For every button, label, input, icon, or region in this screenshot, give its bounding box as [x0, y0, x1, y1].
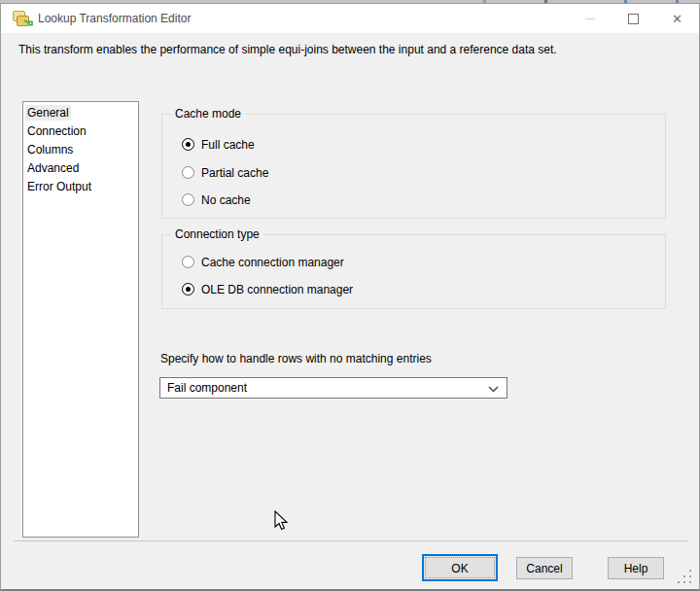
sidebar-item-general[interactable]: General — [23, 104, 138, 122]
sidebar-item-label: Advanced — [25, 160, 81, 176]
radio-icon — [182, 193, 194, 206]
maximize-icon — [628, 14, 639, 24]
ok-button-label: OK — [424, 562, 496, 575]
radio-label: No cache — [201, 193, 251, 207]
sidebar-item-connection[interactable]: Connection — [23, 122, 138, 141]
caption-buttons: ✕ — [568, 4, 699, 33]
cache-mode-group: Cache mode Full cache Partial cache No c… — [161, 114, 666, 219]
dialog-description: This transform enables the performance o… — [18, 43, 557, 56]
lookup-transformation-editor-dialog: Lookup Transformation Editor ✕ This tran… — [0, 3, 700, 591]
radio-icon — [182, 166, 194, 179]
sidebar-item-error-output[interactable]: Error Output — [23, 178, 138, 196]
green-arrow-icon — [23, 19, 33, 27]
minimize-icon — [585, 18, 595, 19]
resize-grip[interactable] — [677, 570, 692, 585]
help-button-label: Help — [624, 562, 648, 575]
radio-label: Partial cache — [201, 166, 268, 180]
lookup-cubes-icon — [12, 10, 33, 27]
close-icon: ✕ — [672, 13, 682, 25]
sidebar-item-label: Connection — [25, 123, 88, 139]
minimize-button — [568, 4, 612, 33]
ok-button[interactable]: OK — [422, 554, 498, 581]
radio-partial-cache[interactable]: Partial cache — [182, 165, 268, 180]
chevron-down-icon — [488, 386, 499, 393]
dropdown-selected-value: Fail component — [167, 378, 247, 398]
maximize-button[interactable] — [612, 4, 655, 33]
pages-listbox: General Connection Columns Advanced Erro… — [22, 101, 139, 538]
close-button[interactable]: ✕ — [655, 4, 699, 33]
radio-cache-connection-manager[interactable]: Cache connection manager — [182, 255, 344, 269]
cache-mode-legend: Cache mode — [171, 107, 245, 121]
radio-label: Cache connection manager — [201, 256, 344, 269]
radio-icon — [182, 138, 194, 151]
no-match-handling-label: Specify how to handle rows with no match… — [160, 352, 432, 365]
help-button[interactable]: Help — [608, 557, 664, 579]
sidebar-item-label: Error Output — [25, 179, 93, 194]
titlebar[interactable]: Lookup Transformation Editor ✕ — [1, 4, 699, 33]
radio-icon — [182, 283, 194, 296]
window-title: Lookup Transformation Editor — [38, 4, 191, 33]
cancel-button[interactable]: Cancel — [516, 557, 573, 579]
sidebar-item-columns[interactable]: Columns — [23, 141, 138, 159]
connection-type-group: Connection type Cache connection manager… — [161, 234, 666, 309]
sidebar-item-advanced[interactable]: Advanced — [23, 159, 138, 178]
radio-oledb-connection-manager[interactable]: OLE DB connection manager — [182, 282, 353, 296]
connection-type-legend: Connection type — [171, 227, 263, 241]
no-match-handling-dropdown[interactable]: Fail component — [159, 377, 508, 399]
cancel-button-label: Cancel — [526, 562, 562, 575]
sidebar-item-label: General — [25, 105, 71, 121]
sidebar-item-label: Columns — [25, 142, 75, 157]
footer-separator — [14, 540, 688, 541]
radio-icon — [182, 256, 194, 268]
radio-no-cache[interactable]: No cache — [182, 192, 251, 207]
radio-full-cache[interactable]: Full cache — [182, 137, 255, 152]
radio-label: OLE DB connection manager — [201, 283, 353, 296]
radio-label: Full cache — [201, 138, 255, 152]
